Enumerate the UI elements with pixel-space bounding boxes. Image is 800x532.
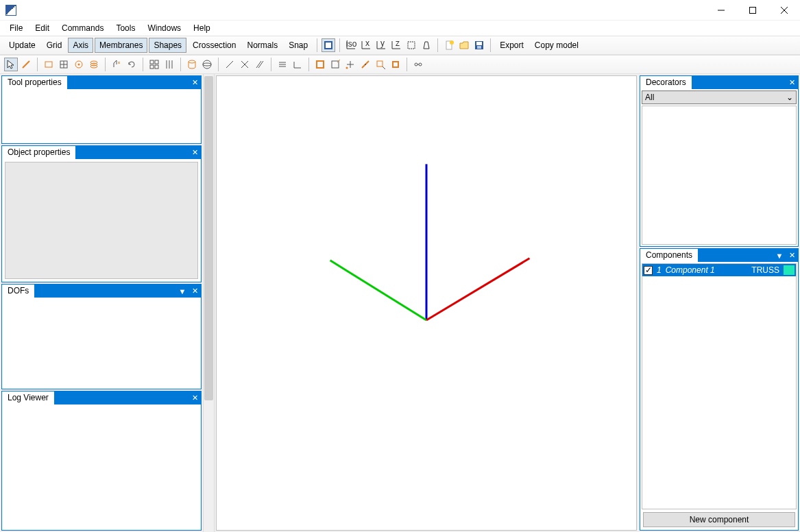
left-scrollbar[interactable]: [203, 74, 215, 532]
menu-help[interactable]: Help: [188, 22, 216, 34]
menu-windows[interactable]: Windows: [142, 22, 186, 34]
svg-rect-44: [317, 61, 324, 68]
plus-point-icon[interactable]: [343, 58, 357, 71]
svg-text:iso: iso: [346, 40, 356, 49]
draw-line-icon[interactable]: [19, 58, 33, 71]
decorators-panel: Decorators✕ All⌄: [640, 75, 799, 247]
view-x-icon[interactable]: x: [359, 38, 373, 52]
snap-toggle[interactable]: Snap: [284, 38, 313, 53]
svg-point-49: [346, 67, 348, 69]
svg-rect-15: [477, 46, 481, 49]
new-file-icon[interactable]: [442, 38, 456, 52]
bars-icon[interactable]: [162, 58, 176, 71]
select-region-icon[interactable]: [404, 38, 418, 52]
svg-rect-26: [150, 60, 154, 64]
iso-view-icon[interactable]: [322, 38, 335, 52]
component-checkbox[interactable]: ✓: [644, 266, 653, 275]
shapes-toggle[interactable]: Shapes: [149, 38, 186, 53]
svg-point-34: [203, 60, 211, 69]
panel-menu-icon[interactable]: ▼: [773, 249, 786, 262]
svg-rect-53: [393, 62, 398, 67]
component-row[interactable]: ✓ 1 Component 1 TRUSS: [642, 264, 796, 276]
menu-commands[interactable]: Commands: [56, 22, 109, 34]
minimize-button[interactable]: [705, 0, 737, 21]
view-iso-icon[interactable]: iso: [344, 38, 358, 52]
tool-toolbar: [0, 55, 800, 74]
sphere-icon[interactable]: [200, 58, 214, 71]
diag-orange-icon[interactable]: [359, 58, 372, 71]
object-properties-panel: Object properties✕: [1, 145, 202, 282]
svg-text:y: y: [380, 40, 385, 48]
stack-icon[interactable]: [87, 58, 101, 71]
view-y-icon[interactable]: y: [374, 38, 388, 52]
left-panel-column: Tool properties✕ Object properties✕ DOFs…: [0, 74, 203, 532]
log-viewer-title: Log Viewer: [1, 391, 55, 404]
update-button[interactable]: Update: [4, 38, 40, 53]
log-viewer-panel: Log Viewer✕: [1, 391, 202, 531]
cylinder-icon[interactable]: [185, 58, 199, 71]
decorators-filter-dropdown[interactable]: All⌄: [642, 90, 797, 104]
svg-rect-27: [155, 60, 158, 64]
square-outline-icon[interactable]: [389, 58, 402, 71]
slash-icon[interactable]: [223, 58, 237, 71]
select-tool-icon[interactable]: [4, 58, 18, 71]
svg-rect-5: [326, 43, 331, 48]
link-icon[interactable]: [411, 58, 425, 71]
open-folder-icon[interactable]: [457, 38, 471, 52]
menu-edit[interactable]: Edit: [29, 22, 55, 34]
copy-model-button[interactable]: Copy model: [530, 38, 583, 53]
square-arrow-icon[interactable]: [374, 58, 387, 71]
svg-rect-1: [750, 7, 756, 13]
hlines-icon[interactable]: [276, 58, 289, 71]
svg-text:x: x: [365, 40, 369, 48]
view-z-icon[interactable]: z: [389, 38, 403, 52]
svg-point-51: [365, 64, 366, 65]
menu-bar: File Edit Commands Tools Windows Help: [0, 21, 800, 36]
tool-properties-title: Tool properties: [1, 75, 68, 89]
crossection-toggle[interactable]: Crossection: [188, 38, 241, 53]
save-icon[interactable]: [472, 38, 486, 52]
axis-toggle[interactable]: Axis: [68, 38, 93, 53]
square-orange-icon[interactable]: [313, 58, 327, 71]
circle-point-icon[interactable]: [72, 58, 86, 71]
export-button[interactable]: Export: [495, 38, 529, 53]
x-axis-gizmo: [426, 258, 529, 320]
double-slash-icon[interactable]: [253, 58, 267, 71]
menu-file[interactable]: File: [4, 22, 28, 34]
panel-close-icon[interactable]: ✕: [189, 76, 201, 89]
svg-point-12: [450, 40, 454, 45]
membranes-toggle[interactable]: Membranes: [95, 38, 147, 53]
viewport-3d[interactable]: [216, 75, 637, 531]
svg-line-36: [226, 61, 233, 68]
panel-close-icon[interactable]: ✕: [189, 391, 201, 404]
group-icon[interactable]: [147, 58, 161, 71]
close-button[interactable]: [768, 0, 800, 21]
panel-close-icon[interactable]: ✕: [786, 76, 798, 89]
perspective-icon[interactable]: [420, 38, 433, 52]
rotate-icon[interactable]: [125, 58, 138, 71]
extrude-icon[interactable]: [110, 58, 123, 71]
svg-rect-28: [150, 65, 154, 69]
svg-rect-14: [476, 42, 482, 45]
svg-point-22: [78, 64, 80, 66]
square-cross-icon[interactable]: [328, 58, 342, 71]
panel-close-icon[interactable]: ✕: [786, 249, 798, 262]
rect-icon[interactable]: [42, 58, 56, 71]
svg-text:z: z: [396, 40, 400, 48]
component-color-swatch[interactable]: [784, 265, 795, 275]
new-component-button[interactable]: New component: [643, 512, 795, 527]
svg-line-16: [23, 61, 29, 68]
maximize-button[interactable]: [737, 0, 768, 21]
panel-close-icon[interactable]: ✕: [189, 146, 201, 159]
component-name: Component 1: [666, 265, 748, 275]
normals-toggle[interactable]: Normals: [242, 38, 282, 53]
chevron-down-icon: ⌄: [786, 93, 793, 102]
grid-icon[interactable]: [57, 58, 71, 71]
grid-toggle[interactable]: Grid: [42, 38, 67, 53]
cross-icon[interactable]: [238, 58, 252, 71]
angle-icon[interactable]: [291, 58, 304, 71]
svg-point-55: [419, 63, 422, 66]
panel-close-icon[interactable]: ✕: [189, 285, 201, 298]
panel-menu-icon[interactable]: ▼: [176, 285, 189, 298]
menu-tools[interactable]: Tools: [110, 22, 141, 34]
